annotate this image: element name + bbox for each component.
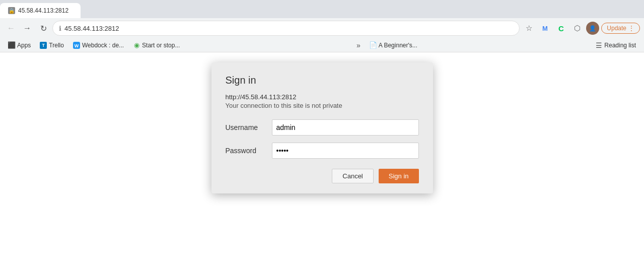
active-tab[interactable]: 🔒 45.58.44.113:2812	[0, 3, 81, 18]
signin-button[interactable]: Sign in	[379, 169, 419, 183]
star-icon: ☆	[526, 24, 532, 33]
nav-bar: ← → ↻ ℹ ☆ M C ⬡ 👤	[0, 18, 644, 38]
bookmark-webdock[interactable]: W Webdock : de...	[69, 41, 128, 50]
address-bar-input[interactable]	[64, 25, 513, 32]
username-label: Username	[226, 123, 266, 131]
beginner-favicon: 📄	[370, 42, 377, 49]
username-input[interactable]	[272, 119, 419, 136]
tab-bar: 🔒 45.58.44.113:2812	[0, 0, 644, 18]
bookmark-beginner-label: A Beginner's...	[379, 42, 417, 49]
username-row: Username	[226, 119, 419, 136]
extension2-button[interactable]: C	[554, 21, 568, 35]
browser-chrome: 🔒 45.58.44.113:2812 ← → ↻ ℹ ☆ M C	[0, 0, 644, 52]
stop-favicon: ◉	[133, 42, 140, 49]
reading-list-label: Reading list	[604, 42, 636, 49]
star-button[interactable]: ☆	[522, 21, 536, 35]
dialog-actions: Cancel Sign in	[226, 169, 419, 183]
back-button[interactable]: ←	[4, 21, 18, 35]
reading-list-icon: ☰	[596, 41, 602, 49]
bookmark-beginner[interactable]: 📄 A Beginner's...	[366, 41, 421, 50]
nav-actions: ☆ M C ⬡ 👤 Update ⋮	[522, 21, 640, 35]
extension1-button[interactable]: M	[538, 21, 552, 35]
tab-title: 45.58.44.113:2812	[18, 7, 68, 14]
update-chevron: ⋮	[628, 25, 634, 32]
webdock-favicon: W	[73, 42, 80, 49]
bookmark-webdock-label: Webdock : de...	[82, 42, 124, 49]
extension2-icon: C	[558, 24, 564, 33]
update-button[interactable]: Update ⋮	[601, 23, 640, 34]
security-icon: ℹ	[59, 25, 61, 32]
bookmark-trello[interactable]: T Trello	[36, 41, 68, 50]
address-bar-container[interactable]: ℹ	[52, 21, 520, 36]
bookmark-start-stop-label: Start or stop...	[142, 42, 180, 49]
page-content: Sign in http://45.58.44.113:2812 Your co…	[0, 52, 644, 267]
reading-list-button[interactable]: ☰ Reading list	[592, 40, 640, 50]
dialog-warning: Your connection to this site is not priv…	[226, 102, 419, 109]
trello-favicon: T	[40, 42, 47, 49]
dialog-title: Sign in	[226, 75, 419, 86]
bookmark-trello-label: Trello	[49, 42, 64, 49]
bookmark-apps[interactable]: ⬛ Apps	[4, 41, 35, 50]
signin-dialog: Sign in http://45.58.44.113:2812 Your co…	[211, 62, 433, 193]
avatar-label: 👤	[589, 25, 596, 32]
avatar-button[interactable]: 👤	[586, 22, 599, 35]
apps-favicon: ⬛	[8, 42, 15, 49]
bookmarks-bar: ⬛ Apps T Trello W Webdock : de... ◉ Star…	[0, 38, 644, 52]
bookmark-apps-label: Apps	[17, 42, 31, 49]
svg-text:W: W	[75, 43, 79, 48]
extension1-icon: M	[542, 25, 548, 32]
password-input[interactable]	[272, 143, 419, 159]
modal-overlay: Sign in http://45.58.44.113:2812 Your co…	[0, 52, 644, 267]
password-label: Password	[226, 147, 266, 155]
tab-favicon: 🔒	[8, 7, 15, 14]
cancel-button[interactable]: Cancel	[332, 169, 373, 183]
bookmarks-more-button[interactable]: »	[354, 40, 363, 50]
extension3-icon: ⬡	[574, 24, 581, 33]
reload-button[interactable]: ↻	[36, 21, 50, 35]
forward-button[interactable]: →	[20, 21, 34, 35]
extension3-button[interactable]: ⬡	[570, 21, 584, 35]
password-row: Password	[226, 143, 419, 159]
update-label: Update	[607, 25, 626, 32]
dialog-url: http://45.58.44.113:2812	[226, 93, 419, 101]
bookmark-start-stop[interactable]: ◉ Start or stop...	[129, 41, 184, 50]
